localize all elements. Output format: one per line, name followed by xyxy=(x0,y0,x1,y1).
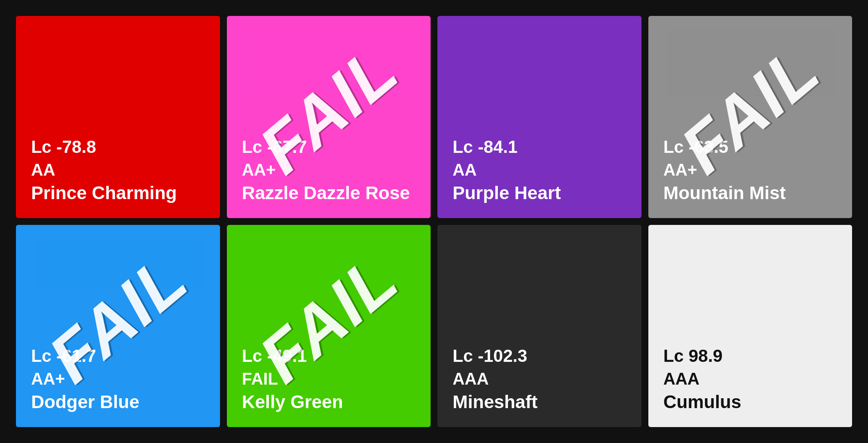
color-name-mountain-mist: Mountain Mist xyxy=(664,182,837,204)
rating-mountain-mist: AA+ xyxy=(664,159,837,180)
rating-razzle-dazzle-rose: AA+ xyxy=(242,159,416,180)
lc-value-kelly-green: Lc -49.1 xyxy=(242,345,416,367)
lc-value-dodger-blue: Lc -61.7 xyxy=(31,345,205,367)
tile-dodger-blue: FAILLc -61.7AA+Dodger Blue xyxy=(16,225,220,427)
lc-value-purple-heart: Lc -84.1 xyxy=(453,136,626,158)
color-name-purple-heart: Purple Heart xyxy=(453,182,626,204)
lc-value-mineshaft: Lc -102.3 xyxy=(453,345,626,367)
lc-value-mountain-mist: Lc -63.5 xyxy=(664,136,837,158)
rating-dodger-blue: AA+ xyxy=(31,368,205,389)
tile-prince-charming: Lc -78.8AAPrince Charming xyxy=(16,16,220,218)
lc-value-razzle-dazzle-rose: Lc -67.7 xyxy=(242,136,416,158)
lc-value-cumulus: Lc 98.9 xyxy=(664,345,837,367)
tile-mineshaft: Lc -102.3AAAMineshaft xyxy=(437,225,642,427)
tile-cumulus: Lc 98.9AAACumulus xyxy=(648,225,852,427)
color-grid: Lc -78.8AAPrince CharmingFAILLc -67.7AA+… xyxy=(9,9,859,434)
tile-razzle-dazzle-rose: FAILLc -67.7AA+Razzle Dazzle Rose xyxy=(227,16,431,218)
rating-prince-charming: AA xyxy=(31,159,205,180)
color-name-razzle-dazzle-rose: Razzle Dazzle Rose xyxy=(242,182,416,204)
tile-purple-heart: Lc -84.1AAPurple Heart xyxy=(437,16,642,218)
rating-mineshaft: AAA xyxy=(453,368,626,389)
lc-value-prince-charming: Lc -78.8 xyxy=(31,136,205,158)
rating-cumulus: AAA xyxy=(664,368,837,389)
tile-mountain-mist: FAILLc -63.5AA+Mountain Mist xyxy=(648,16,852,218)
tile-kelly-green: FAILLc -49.1FAILKelly Green xyxy=(227,225,431,427)
color-name-prince-charming: Prince Charming xyxy=(31,182,205,204)
color-name-mineshaft: Mineshaft xyxy=(453,391,626,413)
color-name-cumulus: Cumulus xyxy=(664,391,837,413)
color-name-kelly-green: Kelly Green xyxy=(242,391,416,413)
color-name-dodger-blue: Dodger Blue xyxy=(31,391,205,413)
rating-purple-heart: AA xyxy=(453,159,626,180)
rating-kelly-green: FAIL xyxy=(242,368,416,389)
